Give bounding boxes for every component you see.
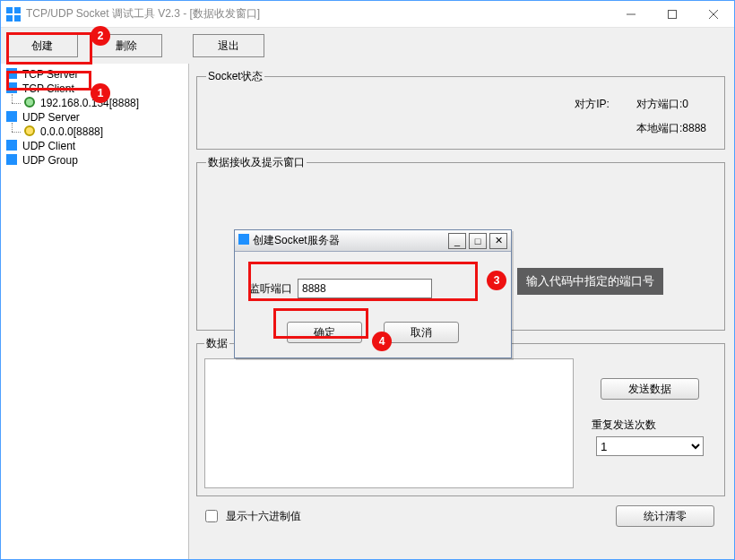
dialog-app-icon bbox=[238, 234, 249, 247]
logo-icon bbox=[6, 82, 19, 95]
remote-ip-label: 对方IP: bbox=[575, 97, 610, 112]
footer-row: 显示十六进制值 统计清零 bbox=[196, 502, 725, 534]
hex-label-text: 显示十六进制值 bbox=[226, 509, 301, 524]
hex-checkbox-label[interactable]: 显示十六进制值 bbox=[202, 507, 301, 525]
dialog-title: 创建Socket服务器 bbox=[253, 233, 445, 248]
maximize-button[interactable] bbox=[652, 1, 693, 28]
remote-port-label: 对方端口:0 bbox=[636, 97, 706, 112]
exit-button[interactable]: 退出 bbox=[193, 34, 264, 57]
send-textarea[interactable] bbox=[204, 358, 574, 488]
window-title: TCP/UDP Socket 调试工具 V2.3 - [数据收发窗口] bbox=[26, 6, 260, 22]
port-input[interactable] bbox=[298, 279, 432, 298]
recv-legend: 数据接收及提示窗口 bbox=[206, 155, 307, 170]
create-server-dialog: 创建Socket服务器 _ □ ✕ 监听端口 确定 取消 bbox=[234, 229, 512, 358]
socket-status-panel: Socket状态 对方IP: 对方端口:0 本地端口:8888 bbox=[196, 69, 725, 150]
app-icon bbox=[6, 7, 21, 22]
clear-stats-button[interactable]: 统计清零 bbox=[616, 505, 714, 527]
tree-label: TCP Client bbox=[22, 82, 74, 95]
tree-label: 192.168.0.134[8888] bbox=[40, 97, 139, 109]
dialog-close-button[interactable]: ✕ bbox=[489, 233, 507, 249]
svg-rect-0 bbox=[669, 10, 677, 18]
create-button[interactable]: 创建 bbox=[6, 34, 78, 57]
logo-icon bbox=[6, 111, 19, 124]
socket-status-legend: Socket状态 bbox=[206, 69, 264, 84]
titlebar: TCP/UDP Socket 调试工具 V2.3 - [数据收发窗口] bbox=[1, 1, 734, 28]
send-legend: 数据 bbox=[204, 336, 229, 351]
hex-checkbox[interactable] bbox=[205, 510, 218, 522]
logo-icon bbox=[6, 68, 19, 81]
dialog-maximize-button[interactable]: □ bbox=[469, 233, 487, 249]
tree-item-tcp-server[interactable]: TCP Server bbox=[4, 67, 185, 82]
status-dot-icon bbox=[24, 125, 37, 138]
close-button[interactable] bbox=[693, 1, 734, 28]
delete-button[interactable]: 删除 bbox=[91, 34, 162, 57]
dialog-ok-button[interactable]: 确定 bbox=[287, 322, 362, 343]
tree-label: UDP Group bbox=[22, 154, 78, 167]
tree-item-udp-server[interactable]: UDP Server bbox=[4, 110, 185, 125]
local-port-label: 本地端口:8888 bbox=[636, 121, 706, 136]
send-button[interactable]: 发送数据 bbox=[601, 378, 699, 400]
status-dot-icon bbox=[24, 97, 37, 109]
tree-label: TCP Server bbox=[22, 68, 78, 81]
tree-label: UDP Client bbox=[22, 140, 75, 152]
app-window: TCP/UDP Socket 调试工具 V2.3 - [数据收发窗口] 创建 删… bbox=[0, 0, 735, 560]
tree-item-udp-server-conn[interactable]: 0.0.0.0[8888] bbox=[4, 125, 185, 139]
logo-icon bbox=[6, 140, 19, 152]
tree-label: 0.0.0.0[8888] bbox=[40, 125, 103, 138]
tree-item-udp-client[interactable]: UDP Client bbox=[4, 139, 185, 153]
minimize-button[interactable] bbox=[610, 1, 652, 28]
sidebar: TCP Server TCP Client 192.168.0.134[8888… bbox=[1, 64, 189, 559]
tree-item-tcp-client-conn[interactable]: 192.168.0.134[8888] bbox=[4, 96, 185, 110]
repeat-label: 重复发送次数 bbox=[583, 418, 656, 433]
port-label: 监听端口 bbox=[249, 281, 292, 297]
dialog-minimize-button[interactable]: _ bbox=[448, 233, 466, 249]
send-panel: 数据 发送数据 重复发送次数 1 bbox=[196, 336, 725, 496]
repeat-select[interactable]: 1 bbox=[596, 436, 704, 456]
tree-label: UDP Server bbox=[22, 111, 80, 124]
logo-icon bbox=[6, 154, 19, 167]
dialog-titlebar[interactable]: 创建Socket服务器 _ □ ✕ bbox=[235, 230, 511, 252]
tree-item-tcp-client[interactable]: TCP Client bbox=[4, 82, 185, 96]
tree-item-udp-group[interactable]: UDP Group bbox=[4, 153, 185, 168]
toolbar: 创建 删除 退出 bbox=[1, 28, 734, 64]
dialog-cancel-button[interactable]: 取消 bbox=[384, 322, 459, 343]
